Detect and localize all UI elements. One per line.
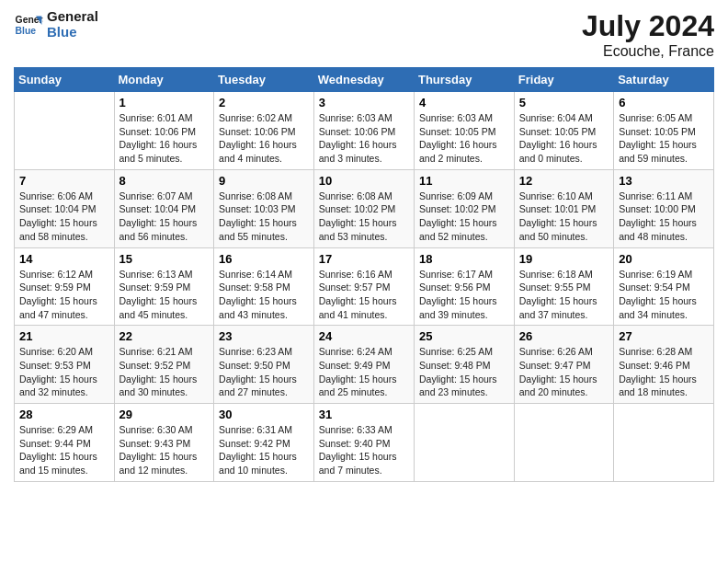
day-info: Sunrise: 6:14 AMSunset: 9:58 PMDaylight:… [219,268,309,322]
day-info: Sunrise: 6:21 AMSunset: 9:52 PMDaylight:… [119,345,210,399]
calendar-cell: 20Sunrise: 6:19 AMSunset: 9:54 PMDayligh… [614,247,714,326]
logo-general-text: General [47,9,98,25]
day-number: 1 [119,96,210,109]
day-number: 12 [519,174,609,188]
day-number: 22 [119,329,210,343]
calendar-week-5: 28Sunrise: 6:29 AMSunset: 9:44 PMDayligh… [15,404,714,482]
day-info: Sunrise: 6:19 AMSunset: 9:54 PMDaylight:… [619,268,709,322]
day-number: 7 [19,174,109,188]
day-info: Sunrise: 6:03 AMSunset: 10:06 PMDaylight… [319,111,409,166]
column-header-tuesday: Tuesday [214,68,314,92]
day-number: 18 [419,252,509,266]
calendar-cell: 27Sunrise: 6:28 AMSunset: 9:46 PMDayligh… [614,326,714,404]
day-info: Sunrise: 6:08 AMSunset: 10:03 PMDaylight… [219,190,309,244]
day-info: Sunrise: 6:04 AMSunset: 10:05 PMDaylight… [519,111,609,166]
day-info: Sunrise: 6:07 AMSunset: 10:04 PMDaylight… [119,190,210,244]
calendar-cell: 9Sunrise: 6:08 AMSunset: 10:03 PMDayligh… [214,169,314,247]
calendar-cell: 19Sunrise: 6:18 AMSunset: 9:55 PMDayligh… [514,247,613,326]
location: Ecouche, France [582,43,714,60]
day-number: 30 [219,408,309,421]
day-info: Sunrise: 6:08 AMSunset: 10:02 PMDaylight… [319,190,409,244]
calendar-cell [15,92,115,170]
day-info: Sunrise: 6:01 AMSunset: 10:06 PMDaylight… [119,111,210,166]
calendar-cell: 24Sunrise: 6:24 AMSunset: 9:49 PMDayligh… [313,326,414,404]
svg-text:Blue: Blue [16,25,37,35]
calendar-cell [614,404,714,482]
day-number: 21 [19,329,109,343]
day-number: 27 [619,329,709,343]
day-info: Sunrise: 6:30 AMSunset: 9:43 PMDaylight:… [119,423,210,477]
day-number: 31 [319,408,409,421]
day-info: Sunrise: 6:18 AMSunset: 9:55 PMDaylight:… [519,268,609,322]
calendar-cell: 30Sunrise: 6:31 AMSunset: 9:42 PMDayligh… [214,404,314,482]
day-info: Sunrise: 6:03 AMSunset: 10:05 PMDaylight… [419,111,509,166]
calendar-cell: 29Sunrise: 6:30 AMSunset: 9:43 PMDayligh… [114,404,214,482]
calendar-week-1: 1Sunrise: 6:01 AMSunset: 10:06 PMDayligh… [15,92,714,170]
calendar-cell: 13Sunrise: 6:11 AMSunset: 10:00 PMDaylig… [614,169,714,247]
day-number: 29 [119,408,210,421]
day-number: 6 [619,96,709,109]
day-number: 26 [519,329,609,343]
day-number: 5 [519,96,609,109]
day-info: Sunrise: 6:13 AMSunset: 9:59 PMDaylight:… [119,268,210,322]
day-number: 15 [119,252,210,266]
calendar-cell: 16Sunrise: 6:14 AMSunset: 9:58 PMDayligh… [214,247,314,326]
calendar-cell: 26Sunrise: 6:26 AMSunset: 9:47 PMDayligh… [514,326,613,404]
calendar-cell: 17Sunrise: 6:16 AMSunset: 9:57 PMDayligh… [313,247,414,326]
calendar-cell [514,404,613,482]
day-number: 2 [219,96,309,109]
calendar-cell: 5Sunrise: 6:04 AMSunset: 10:05 PMDayligh… [514,92,613,170]
header: General Blue General Blue July 2024 Ecou… [14,9,714,60]
calendar-cell: 15Sunrise: 6:13 AMSunset: 9:59 PMDayligh… [114,247,214,326]
column-header-thursday: Thursday [414,68,514,92]
calendar-cell: 8Sunrise: 6:07 AMSunset: 10:04 PMDayligh… [114,169,214,247]
calendar-cell: 4Sunrise: 6:03 AMSunset: 10:05 PMDayligh… [414,92,514,170]
day-number: 16 [219,252,309,266]
day-info: Sunrise: 6:20 AMSunset: 9:53 PMDaylight:… [19,345,109,399]
calendar-cell: 22Sunrise: 6:21 AMSunset: 9:52 PMDayligh… [114,326,214,404]
day-number: 10 [319,174,409,188]
calendar-table: SundayMondayTuesdayWednesdayThursdayFrid… [14,67,714,482]
day-number: 9 [219,174,309,188]
calendar-cell: 21Sunrise: 6:20 AMSunset: 9:53 PMDayligh… [15,326,115,404]
column-header-wednesday: Wednesday [313,68,414,92]
logo: General Blue General Blue [14,9,98,40]
day-number: 25 [419,329,509,343]
calendar-cell: 3Sunrise: 6:03 AMSunset: 10:06 PMDayligh… [313,92,414,170]
calendar-week-2: 7Sunrise: 6:06 AMSunset: 10:04 PMDayligh… [15,169,714,247]
day-number: 20 [619,252,709,266]
calendar-cell: 31Sunrise: 6:33 AMSunset: 9:40 PMDayligh… [313,404,414,482]
logo-blue-text: Blue [47,25,98,40]
day-number: 24 [319,329,409,343]
calendar-cell [414,404,514,482]
day-info: Sunrise: 6:29 AMSunset: 9:44 PMDaylight:… [19,423,109,477]
month-title: July 2024 [582,9,714,43]
day-number: 8 [119,174,210,188]
calendar-cell: 10Sunrise: 6:08 AMSunset: 10:02 PMDaylig… [313,169,414,247]
calendar-cell: 25Sunrise: 6:25 AMSunset: 9:48 PMDayligh… [414,326,514,404]
calendar-cell: 6Sunrise: 6:05 AMSunset: 10:05 PMDayligh… [614,92,714,170]
calendar-cell: 2Sunrise: 6:02 AMSunset: 10:06 PMDayligh… [214,92,314,170]
day-info: Sunrise: 6:02 AMSunset: 10:06 PMDaylight… [219,111,309,166]
day-info: Sunrise: 6:17 AMSunset: 9:56 PMDaylight:… [419,268,509,322]
day-info: Sunrise: 6:09 AMSunset: 10:02 PMDaylight… [419,190,509,244]
day-info: Sunrise: 6:12 AMSunset: 9:59 PMDaylight:… [19,268,109,322]
calendar-header-row: SundayMondayTuesdayWednesdayThursdayFrid… [15,68,714,92]
column-header-saturday: Saturday [614,68,714,92]
day-number: 17 [319,252,409,266]
day-number: 3 [319,96,409,109]
day-info: Sunrise: 6:24 AMSunset: 9:49 PMDaylight:… [319,345,409,399]
column-header-friday: Friday [514,68,613,92]
column-header-sunday: Sunday [15,68,115,92]
calendar-week-3: 14Sunrise: 6:12 AMSunset: 9:59 PMDayligh… [15,247,714,326]
day-info: Sunrise: 6:33 AMSunset: 9:40 PMDaylight:… [319,423,409,477]
calendar-cell: 18Sunrise: 6:17 AMSunset: 9:56 PMDayligh… [414,247,514,326]
calendar-cell: 14Sunrise: 6:12 AMSunset: 9:59 PMDayligh… [15,247,115,326]
calendar-cell: 23Sunrise: 6:23 AMSunset: 9:50 PMDayligh… [214,326,314,404]
logo-icon: General Blue [14,10,43,40]
day-info: Sunrise: 6:10 AMSunset: 10:01 PMDaylight… [519,190,609,244]
calendar-cell: 7Sunrise: 6:06 AMSunset: 10:04 PMDayligh… [15,169,115,247]
day-info: Sunrise: 6:28 AMSunset: 9:46 PMDaylight:… [619,345,709,399]
day-info: Sunrise: 6:05 AMSunset: 10:05 PMDaylight… [619,111,709,166]
day-number: 13 [619,174,709,188]
